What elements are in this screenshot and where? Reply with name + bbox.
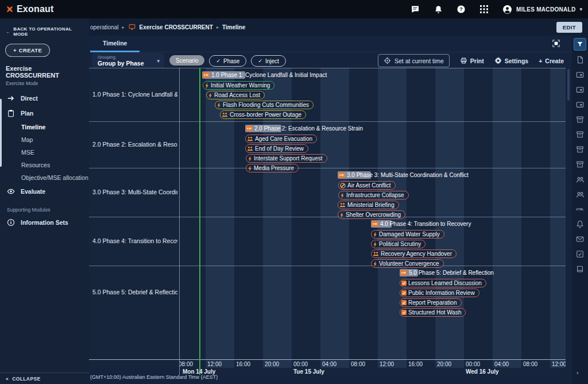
- gear-icon: [494, 57, 502, 64]
- breadcrumb-separator-icon: ▸: [216, 25, 219, 30]
- create-button[interactable]: + CREATE: [5, 44, 50, 57]
- inject-item[interactable]: Flash Flooding Cuts Communities: [215, 101, 314, 109]
- apps-grid-icon[interactable]: [479, 4, 489, 14]
- current-time-line: [199, 68, 200, 375]
- exercise-monitor-icon: [128, 23, 136, 31]
- sidebar-item-evaluate[interactable]: Evaluate: [0, 184, 89, 199]
- edit-button[interactable]: EDIT: [556, 22, 582, 33]
- bolt-icon: [216, 102, 221, 108]
- sidebar-item-map[interactable]: Map: [0, 133, 89, 146]
- card-icon[interactable]: [575, 85, 585, 94]
- tab-bar: Timeline: [89, 36, 572, 52]
- inject-item[interactable]: Ministerial Briefing: [338, 201, 399, 209]
- inject-item[interactable]: Air Asset Conflict: [338, 181, 396, 190]
- row-separator: [89, 168, 566, 168]
- card-icon[interactable]: [575, 100, 585, 109]
- people-icon: [247, 136, 253, 141]
- arrow-right-icon: [7, 94, 15, 102]
- inject-item[interactable]: Damaged Water Supply: [371, 230, 444, 239]
- user-menu[interactable]: MILES MACDONALD ▾: [502, 4, 582, 14]
- task-icon[interactable]: [575, 249, 585, 259]
- sidebar-item-information-sets[interactable]: Information Sets: [0, 215, 89, 230]
- avatar: [502, 4, 512, 14]
- row-separator: [89, 217, 566, 217]
- breadcrumb-item[interactable]: Timeline: [222, 24, 245, 30]
- fullscreen-icon[interactable]: [552, 39, 560, 48]
- inject-item[interactable]: Structured Hot Wash: [400, 308, 466, 317]
- bell-icon[interactable]: [575, 220, 585, 229]
- book-icon[interactable]: [575, 264, 585, 274]
- set-at-current-time-button[interactable]: Set at current time: [378, 54, 450, 67]
- sidebar-item-plan[interactable]: Plan: [0, 106, 89, 121]
- back-to-operational-mode-link[interactable]: ← BACK TO OPERATIONAL MODE: [0, 18, 89, 37]
- card-icon[interactable]: [575, 70, 585, 79]
- phase-bar-label: 4.0 Phase 4: Transition to Recovery: [372, 220, 471, 228]
- exercise-mode-label: Exercise Mode: [0, 79, 89, 86]
- phase-bar-text: 4.0 Phase 4: Transition to Recovery: [380, 221, 471, 227]
- axis-tick-label: 04:00: [322, 361, 336, 367]
- chip-phase[interactable]: ✓Phase: [209, 55, 246, 67]
- grouping-select[interactable]: Grouping Group by Phase ▾: [92, 53, 164, 69]
- archive-icon[interactable]: [575, 145, 585, 154]
- sidebar-item-direct[interactable]: Direct: [0, 91, 89, 106]
- inject-item[interactable]: Road Access Lost: [206, 91, 265, 99]
- collapse-panel-chevron-icon[interactable]: ‹: [577, 369, 579, 376]
- exonaut-logo[interactable]: Exonaut: [6, 4, 54, 14]
- inject-item[interactable]: Report Preparation: [400, 298, 462, 307]
- tab-timeline[interactable]: Timeline: [90, 36, 140, 52]
- inject-item[interactable]: Public Information Review: [400, 289, 479, 297]
- archive-icon[interactable]: [575, 160, 585, 169]
- inject-label: End of Day Review: [255, 145, 304, 152]
- inject-item[interactable]: Volunteer Convergence: [371, 259, 444, 268]
- people2-icon[interactable]: [575, 175, 585, 184]
- settings-button[interactable]: Settings: [494, 57, 528, 64]
- inject-item[interactable]: Initial Weather Warning: [203, 81, 274, 90]
- vertical-scrollbar-thumb[interactable]: [567, 69, 570, 101]
- inject-item[interactable]: Infrastructure Collapse: [338, 191, 409, 199]
- file-icon[interactable]: [575, 55, 585, 64]
- help-icon[interactable]: ?: [456, 4, 466, 14]
- people2-icon[interactable]: [575, 190, 585, 199]
- edit-icon: [401, 281, 407, 286]
- phase-row-label: 2.0 Phase 2: Escalation & Resource S...: [92, 141, 177, 148]
- inject-item[interactable]: Cross-border Power Outage: [220, 110, 306, 119]
- inject-item[interactable]: Political Scrutiny: [371, 240, 425, 248]
- blocked-icon: [340, 183, 346, 189]
- sidebar-item-mse[interactable]: MSE: [0, 146, 89, 159]
- archive-icon[interactable]: [575, 115, 585, 124]
- print-button[interactable]: Print: [460, 57, 484, 64]
- sidebar-item-timeline[interactable]: Timeline: [0, 121, 89, 133]
- inject-item[interactable]: Interstate Support Request: [246, 154, 327, 163]
- check-icon: ✓: [216, 58, 220, 64]
- inject-item[interactable]: Recovery Agency Handover: [371, 249, 457, 258]
- chip-inject[interactable]: ✓Inject: [251, 55, 285, 67]
- phase-row-label: 3.0 Phase 3: Multi-State Coordination...: [92, 189, 177, 195]
- filter-icon[interactable]: [574, 38, 586, 51]
- mail-icon[interactable]: [575, 235, 585, 244]
- breadcrumb-item[interactable]: operational: [90, 24, 118, 30]
- sidebar-collapse-button[interactable]: « COLLAPSE: [0, 373, 89, 384]
- axis-tick-label: 00:00: [293, 361, 308, 367]
- chat-icon[interactable]: [410, 4, 420, 14]
- bolt-icon: [247, 156, 252, 162]
- inject-item[interactable]: Media Pressure: [246, 164, 299, 172]
- inject-item[interactable]: Lessons Learned Discussion: [400, 279, 486, 287]
- archive-icon[interactable]: [575, 130, 585, 139]
- row-separator: [89, 68, 566, 68]
- create-timeline-item-button[interactable]: + Create: [539, 57, 564, 64]
- notifications-bell-icon[interactable]: [433, 4, 443, 14]
- timeline-chart: 08:0012:0016:0020:0000:0004:0008:0012:00…: [89, 68, 566, 375]
- row-separator: [89, 266, 566, 266]
- breadcrumb-item[interactable]: Exercise CROSSCURRENT: [140, 24, 213, 30]
- sidebar-item-resources[interactable]: Resources: [0, 159, 89, 171]
- sidebar-item-objective-mse-allocation[interactable]: Objective/MSE allocation: [0, 171, 89, 184]
- inject-label: Shelter Overcrowding: [346, 212, 401, 218]
- inject-item[interactable]: Shelter Overcrowding: [338, 210, 405, 219]
- html-icon[interactable]: HTML: [575, 205, 585, 214]
- inject-item[interactable]: End of Day Review: [245, 144, 308, 153]
- collapse-label: COLLAPSE: [12, 376, 40, 382]
- inject-item[interactable]: Aged Care Evacuation: [245, 135, 317, 143]
- user-name: MILES MACDONALD: [516, 6, 575, 13]
- chip-scenario[interactable]: Scenario: [169, 55, 204, 66]
- sidebar-item-label: Direct: [21, 95, 38, 102]
